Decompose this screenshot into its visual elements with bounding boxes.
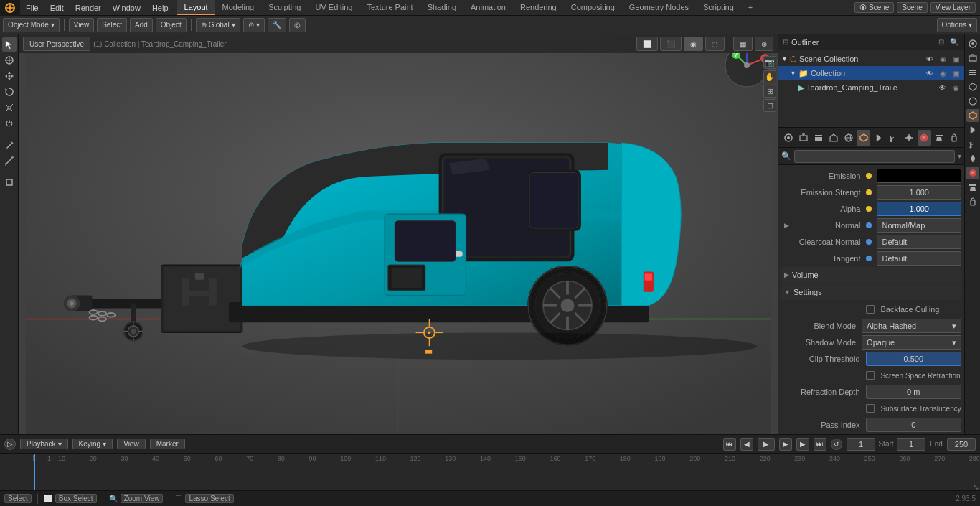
rs-object[interactable] — [966, 109, 979, 122]
prop-particles-icon[interactable] — [887, 130, 901, 146]
proportional-btn[interactable]: ◎ — [289, 18, 306, 32]
solid-btn[interactable]: ⬛ — [660, 37, 682, 51]
jump-start-btn[interactable]: ⏮ — [723, 438, 736, 451]
collection-item[interactable]: ▼ 📁 Collection 👁 ◉ ▣ — [778, 66, 964, 80]
tab-geometry-nodes[interactable]: Geometry Nodes — [622, 0, 696, 15]
gizmos-btn[interactable]: ⊕ — [755, 37, 773, 51]
refraction-depth-value[interactable]: 0 m — [866, 385, 961, 399]
select-key[interactable]: Select — [4, 494, 32, 503]
tool-measure[interactable] — [2, 154, 17, 168]
lasso-key[interactable]: Lasso Select — [185, 494, 233, 503]
prev-frame-btn[interactable]: ◀ — [740, 438, 753, 451]
prop-physics-icon[interactable] — [903, 130, 916, 146]
play-rev-btn[interactable]: ▶ — [779, 438, 792, 451]
scene-collection-item[interactable]: ▼ ⬡ Scene Collection 👁 ◉ ▣ — [778, 52, 964, 66]
prop-output-icon[interactable] — [796, 130, 810, 146]
tab-texture-paint[interactable]: Texture Paint — [359, 0, 420, 15]
keying-btn[interactable]: Keying ▾ — [72, 439, 113, 449]
tool-select[interactable] — [2, 37, 17, 52]
pivot-btn[interactable]: ⊙ ▾ — [243, 18, 265, 32]
viewport[interactable]: User Perspective (1) Collection | Teardr… — [19, 34, 778, 434]
tool-move[interactable] — [2, 69, 17, 83]
normal-value[interactable]: Normal/Map — [877, 218, 961, 233]
rs-modifier[interactable] — [966, 123, 979, 136]
collection-eye[interactable]: 👁 — [924, 67, 936, 79]
options-btn[interactable]: Options ▾ — [937, 18, 977, 32]
timeline-content[interactable]: 1 10 20 30 40 50 60 70 80 90 100 110 120… — [0, 454, 980, 490]
prop-modifier-icon[interactable] — [872, 130, 885, 146]
outliner-filter[interactable]: ⊟ — [936, 37, 947, 48]
collection-camera[interactable]: ◉ — [937, 67, 948, 79]
filter-btn[interactable]: ⊟ — [763, 99, 776, 112]
prop-constraints-icon[interactable] — [948, 130, 961, 146]
tool-cursor[interactable] — [2, 53, 17, 67]
outliner-search[interactable]: 🔍 — [948, 37, 960, 48]
menu-render[interactable]: Render — [70, 0, 107, 15]
collection-render[interactable]: ▣ — [950, 67, 961, 79]
tab-add[interactable]: + — [741, 0, 760, 15]
prop-scene-icon[interactable] — [826, 130, 840, 146]
prop-render-icon[interactable] — [781, 130, 795, 146]
pan-btn[interactable]: ✋ — [763, 70, 776, 83]
engine-btn[interactable]: ⦿ Scene — [854, 2, 894, 13]
select-menu-btn[interactable]: Select — [97, 18, 127, 32]
shadow-mode-dropdown[interactable]: Opaque ▾ — [862, 335, 961, 350]
rendered-btn[interactable]: ◌ — [705, 37, 725, 51]
rs-physics[interactable] — [966, 152, 979, 165]
rs-render[interactable] — [966, 37, 979, 50]
ssr-checkbox[interactable] — [866, 371, 875, 380]
tab-scripting[interactable]: Scripting — [696, 0, 741, 15]
tab-sculpting[interactable]: Sculpting — [261, 0, 308, 15]
wireframe-btn[interactable]: ⬜ — [636, 37, 658, 51]
prop-view-layer-icon[interactable] — [811, 130, 825, 146]
clearcoat-value[interactable]: Default — [877, 235, 961, 249]
zoom-key[interactable]: Zoom View — [121, 494, 164, 503]
tab-shading[interactable]: Shading — [420, 0, 463, 15]
material-preview-btn[interactable]: ◉ — [684, 37, 703, 51]
rs-data[interactable] — [966, 181, 979, 194]
play-btn[interactable]: ▶ — [758, 438, 775, 451]
jump-end-btn[interactable]: ⏭ — [814, 438, 826, 451]
camera-view-btn[interactable]: 📷 — [763, 56, 776, 69]
mesh-eye[interactable]: 👁 — [937, 82, 948, 93]
add-menu-btn[interactable]: Add — [130, 18, 153, 32]
backface-checkbox[interactable] — [866, 305, 875, 314]
start-frame-input[interactable]: 1 — [897, 438, 925, 451]
tool-rotate[interactable] — [2, 85, 17, 99]
next-frame-btn[interactable]: ▶ — [796, 438, 809, 451]
timeline-mode-icon[interactable]: ▷ — [4, 439, 16, 450]
menu-window[interactable]: Window — [107, 0, 146, 15]
volume-section[interactable]: ▶ Volume — [781, 267, 961, 283]
tab-layout[interactable]: Layout — [177, 0, 215, 15]
normal-expand[interactable]: ▶ — [781, 220, 791, 230]
rs-constraints[interactable] — [966, 195, 979, 208]
prop-world-icon[interactable] — [842, 130, 855, 146]
emission-color-swatch[interactable] — [877, 169, 961, 183]
menu-help[interactable]: Help — [146, 0, 174, 15]
rs-world[interactable] — [966, 95, 979, 108]
tab-uv-editing[interactable]: UV Editing — [308, 0, 359, 15]
view-timeline-btn[interactable]: View — [117, 439, 146, 449]
rs-particles[interactable] — [966, 138, 979, 151]
marker-btn[interactable]: Marker — [150, 439, 185, 449]
current-frame-input[interactable]: 1 — [847, 438, 875, 451]
tab-animation[interactable]: Animation — [463, 0, 513, 15]
prop-data-icon[interactable] — [933, 130, 946, 146]
view-menu-btn[interactable]: View — [69, 18, 95, 32]
scene-render[interactable]: ▣ — [950, 53, 961, 65]
loop-btn[interactable]: ↺ — [831, 439, 842, 450]
properties-search-input[interactable] — [794, 150, 955, 163]
scene-eye[interactable]: 👁 — [924, 53, 936, 65]
rs-view-layer[interactable] — [966, 66, 979, 79]
alpha-value[interactable]: 1.000 — [877, 202, 961, 216]
blend-mode-dropdown[interactable]: Alpha Hashed ▾ — [862, 319, 961, 333]
playback-btn[interactable]: Playback ▾ — [20, 439, 68, 449]
grid-view-btn[interactable]: ⊞ — [763, 85, 776, 98]
end-frame-input[interactable]: 250 — [947, 438, 976, 451]
snap-btn[interactable]: 🔧 — [268, 18, 286, 32]
object-mode-dropdown[interactable]: Object Mode ▾ — [3, 18, 60, 32]
object-menu-btn[interactable]: Object — [156, 18, 187, 32]
overlays-btn[interactable]: ▦ — [733, 37, 753, 51]
resize-handle[interactable]: ⤡ — [973, 483, 980, 490]
rs-scene[interactable] — [966, 80, 979, 93]
